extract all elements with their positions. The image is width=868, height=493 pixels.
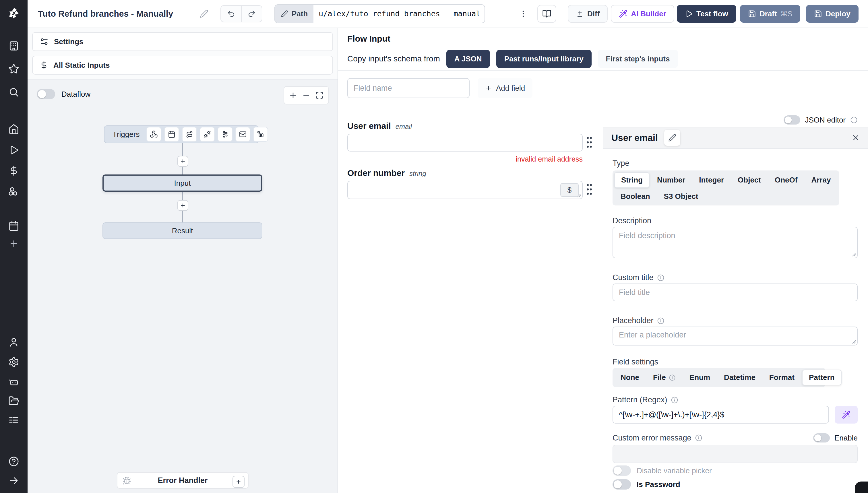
sidebar-item-variables[interactable] bbox=[6, 163, 22, 179]
redo-button[interactable] bbox=[241, 6, 262, 22]
sidebar-item-resources[interactable] bbox=[6, 184, 22, 199]
play-icon bbox=[8, 145, 19, 155]
close-icon bbox=[851, 133, 860, 142]
info-icon bbox=[657, 274, 664, 281]
close-editor-button[interactable] bbox=[851, 133, 860, 142]
field-label-user-email: User emailemail bbox=[347, 121, 412, 131]
sidebar-collapse-button[interactable] bbox=[6, 473, 22, 489]
add-step-button[interactable] bbox=[177, 156, 188, 167]
json-editor-toggle[interactable] bbox=[784, 115, 800, 125]
type-option-object[interactable]: Object bbox=[732, 173, 767, 187]
custom-error-enable-toggle[interactable] bbox=[813, 433, 830, 443]
path-input[interactable] bbox=[314, 5, 485, 23]
bug-icon bbox=[123, 477, 131, 485]
add-step-button[interactable] bbox=[177, 200, 188, 211]
sidebar-item-help[interactable] bbox=[6, 453, 22, 470]
fit-view-button[interactable] bbox=[313, 89, 326, 102]
book-open-icon bbox=[542, 9, 551, 18]
type-option-oneof[interactable]: OneOf bbox=[768, 173, 804, 187]
result-node[interactable]: Result bbox=[103, 222, 262, 239]
feedback-corner-button[interactable] bbox=[855, 481, 868, 493]
pattern-regex-input[interactable] bbox=[613, 406, 829, 424]
edit-title-button[interactable] bbox=[200, 9, 208, 18]
sidebar-item-create[interactable] bbox=[6, 236, 22, 252]
type-option-integer[interactable]: Integer bbox=[693, 173, 730, 187]
wand-icon bbox=[842, 410, 850, 419]
setting-option-file[interactable]: File bbox=[647, 370, 682, 385]
sidebar-item-workers[interactable] bbox=[6, 412, 22, 428]
webhook-trigger-button[interactable] bbox=[146, 127, 161, 142]
schedule-trigger-button[interactable] bbox=[164, 127, 179, 142]
custom-title-input[interactable] bbox=[613, 283, 858, 301]
windmill-logo[interactable] bbox=[6, 5, 22, 21]
all-static-inputs-row[interactable]: All Static Inputs bbox=[32, 56, 333, 74]
sidebar-item-runs[interactable] bbox=[6, 142, 22, 158]
poll-trigger-button[interactable] bbox=[253, 127, 268, 142]
drag-handle[interactable] bbox=[586, 183, 593, 196]
copy-from-json-button[interactable]: A JSON bbox=[446, 50, 490, 68]
sidebar-item-favorites[interactable] bbox=[6, 61, 22, 77]
ai-generate-pattern-button[interactable] bbox=[835, 406, 858, 424]
trigger-buttons bbox=[146, 127, 268, 142]
sidebar-item-settings[interactable] bbox=[6, 354, 22, 370]
type-option-string[interactable]: String bbox=[614, 172, 650, 188]
deploy-button[interactable]: Deploy bbox=[806, 5, 859, 23]
is-password-toggle[interactable] bbox=[613, 479, 631, 490]
order-number-value-input[interactable] bbox=[347, 181, 583, 199]
rename-field-button[interactable] bbox=[664, 130, 680, 146]
sidebar-item-home[interactable] bbox=[6, 121, 22, 137]
triggers-node[interactable]: Triggers bbox=[104, 125, 259, 143]
input-node-label: Input bbox=[174, 179, 191, 188]
sidebar-item-ai-agents[interactable] bbox=[6, 373, 22, 390]
save-icon bbox=[814, 10, 822, 18]
add-field-button[interactable]: Add field bbox=[478, 78, 532, 98]
zoom-in-button[interactable] bbox=[287, 89, 300, 102]
undo-button[interactable] bbox=[221, 6, 241, 22]
copy-from-past-runs-button[interactable]: Past runs/Input library bbox=[496, 50, 592, 68]
flow-settings-row[interactable]: Settings bbox=[32, 32, 333, 51]
user-icon bbox=[8, 337, 19, 347]
test-flow-button[interactable]: Test flow bbox=[677, 5, 736, 23]
type-option-boolean[interactable]: Boolean bbox=[614, 189, 656, 204]
zoom-out-button[interactable] bbox=[300, 89, 313, 102]
plus-icon bbox=[180, 202, 186, 208]
sidebar-item-search[interactable] bbox=[6, 84, 22, 100]
topbar: Tuto Refund branches - Manually bbox=[27, 0, 868, 28]
setting-option-pattern[interactable]: Pattern bbox=[802, 370, 842, 385]
type-option-number[interactable]: Number bbox=[651, 173, 692, 187]
diff-button[interactable]: Diff bbox=[568, 5, 608, 23]
path-edit-button[interactable]: Path bbox=[275, 5, 314, 23]
user-email-value-input[interactable] bbox=[347, 134, 583, 151]
description-textarea[interactable] bbox=[613, 227, 858, 258]
setting-option-enum[interactable]: Enum bbox=[683, 370, 716, 385]
type-option-array[interactable]: Array bbox=[805, 173, 837, 187]
setting-option-none[interactable]: None bbox=[614, 370, 645, 385]
sidebar-item-schedules[interactable] bbox=[6, 218, 22, 234]
more-menu-button[interactable] bbox=[519, 9, 528, 18]
disable-variable-picker-toggle[interactable] bbox=[613, 466, 631, 476]
sliders-icon bbox=[40, 37, 49, 46]
dataflow-toggle[interactable] bbox=[37, 89, 55, 99]
kafka-trigger-button[interactable] bbox=[217, 127, 233, 142]
setting-option-datetime[interactable]: Datetime bbox=[718, 370, 762, 385]
placeholder-textarea[interactable] bbox=[613, 326, 858, 345]
setting-option-format[interactable]: Format bbox=[763, 370, 801, 385]
input-node[interactable]: Input bbox=[103, 174, 262, 192]
insert-variable-button[interactable]: $ bbox=[560, 183, 579, 197]
pencil-icon bbox=[668, 134, 676, 142]
copy-from-first-step-button[interactable]: First step's inputs bbox=[598, 50, 678, 68]
add-error-handler-button[interactable] bbox=[233, 476, 245, 488]
websocket-trigger-button[interactable] bbox=[200, 127, 215, 142]
email-trigger-button[interactable] bbox=[235, 127, 250, 142]
field-name-input[interactable] bbox=[347, 78, 470, 98]
type-option-s3-object[interactable]: S3 Object bbox=[658, 189, 705, 204]
sidebar-item-account[interactable] bbox=[6, 334, 22, 350]
error-handler-node[interactable]: Error Handler bbox=[117, 472, 249, 489]
sidebar-item-folders[interactable] bbox=[6, 393, 22, 409]
drag-handle[interactable] bbox=[586, 136, 593, 149]
sidebar-item-workspace[interactable] bbox=[6, 38, 22, 54]
ai-builder-button[interactable]: AI Builder bbox=[611, 5, 674, 23]
http-route-trigger-button[interactable] bbox=[182, 127, 197, 142]
draft-button[interactable]: Draft ⌘S bbox=[740, 5, 800, 23]
docs-button[interactable] bbox=[537, 5, 556, 23]
